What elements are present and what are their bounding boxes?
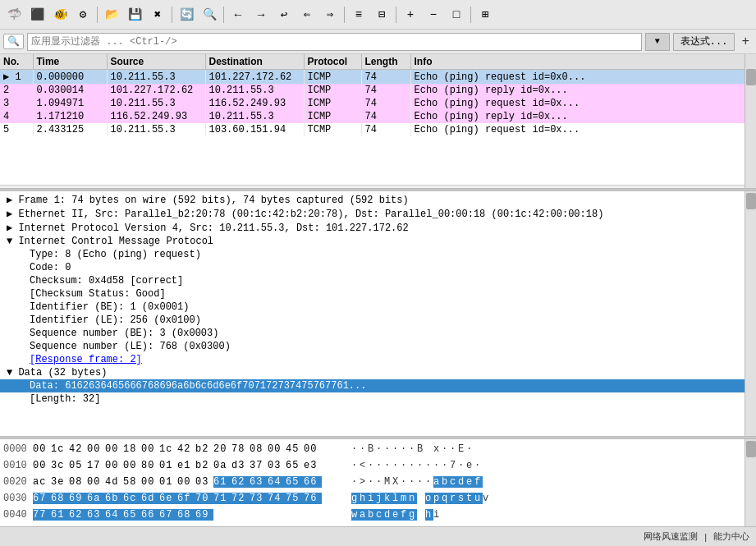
hex-byte[interactable]: 68 xyxy=(51,493,69,504)
prev-icon[interactable]: ⇐ xyxy=(296,4,318,25)
hex-byte[interactable]: 67 xyxy=(33,493,51,504)
table-row[interactable]: 41.171210116.52.249.9310.211.55.3ICMP74E… xyxy=(0,110,756,123)
shark-icon[interactable]: 🦈 xyxy=(3,4,25,25)
hex-byte[interactable]: 62 xyxy=(69,509,87,521)
detail-line[interactable]: ▶ Internet Protocol Version 4, Src: 10.2… xyxy=(0,221,756,235)
hex-byte[interactable]: 03 xyxy=(195,476,213,488)
hex-byte[interactable]: 17 xyxy=(87,460,105,471)
detail-line[interactable]: ▼ Data (32 bytes) xyxy=(0,366,756,379)
hex-byte[interactable]: 3c xyxy=(51,460,69,471)
table-row[interactable]: 31.09497110.211.55.3116.52.249.93ICMP74E… xyxy=(0,97,756,110)
hex-byte[interactable]: d3 xyxy=(231,460,250,471)
hex-byte[interactable]: 70 xyxy=(195,493,213,504)
hex-byte[interactable]: 71 xyxy=(213,493,231,504)
detail-line[interactable]: ▶ Frame 1: 74 bytes on wire (592 bits), … xyxy=(0,193,756,207)
save-icon[interactable]: 💾 xyxy=(124,4,145,25)
response-frame-link[interactable]: [Response frame: 2] xyxy=(30,354,142,365)
hex-byte[interactable]: 00 xyxy=(123,460,141,471)
hex-byte[interactable]: 42 xyxy=(69,443,87,455)
hex-byte[interactable]: 37 xyxy=(250,460,268,471)
filter-dropdown[interactable]: ▼ xyxy=(645,33,670,51)
find-icon[interactable]: 🔍 xyxy=(199,4,220,25)
table-row[interactable]: 20.030014101.227.172.6210.211.55.3ICMP74… xyxy=(0,84,756,97)
options-icon[interactable]: ⚙ xyxy=(72,4,94,25)
hex-byte[interactable]: 77 xyxy=(33,509,51,521)
hex-byte[interactable]: 00 xyxy=(268,443,286,455)
hex-byte[interactable]: 63 xyxy=(250,476,268,488)
hex-byte[interactable]: 01 xyxy=(159,476,177,488)
hex-byte[interactable]: 20 xyxy=(213,443,231,455)
col-layout2-icon[interactable]: ⊟ xyxy=(371,4,392,25)
reload-icon[interactable]: 🔄 xyxy=(176,4,197,25)
hex-byte[interactable]: 80 xyxy=(141,460,159,471)
hex-byte[interactable]: 00 xyxy=(87,476,105,488)
hex-byte[interactable]: 78 xyxy=(231,443,250,455)
hex-byte[interactable]: 6e xyxy=(159,493,177,504)
hex-byte[interactable]: 6d xyxy=(141,493,159,504)
resize-icon[interactable]: ⊞ xyxy=(474,4,496,25)
zoom-plus-icon[interactable]: + xyxy=(400,4,421,25)
hex-byte[interactable]: 00 xyxy=(177,476,195,488)
hex-byte[interactable]: 64 xyxy=(105,509,123,521)
packet-list[interactable]: No. Time Source Destination Protocol Len… xyxy=(0,54,756,186)
hex-byte[interactable]: 0a xyxy=(213,460,231,471)
table-row[interactable]: 52.43312510.211.55.3103.60.151.94TCMP74E… xyxy=(0,123,756,136)
hex-byte[interactable]: 00 xyxy=(33,460,51,471)
detail-line[interactable]: ▼ Internet Control Message Protocol xyxy=(0,235,756,248)
detail-line[interactable]: ▶ Ethernet II, Src: Parallel_b2:20:78 (0… xyxy=(0,207,756,221)
hex-byte[interactable]: 3e xyxy=(51,476,69,488)
hex-byte[interactable]: 01 xyxy=(159,460,177,471)
hex-byte[interactable]: 6c xyxy=(123,493,141,504)
hex-byte[interactable]: 66 xyxy=(304,476,322,488)
hex-byte[interactable]: 00 xyxy=(33,443,51,455)
hex-byte[interactable]: 64 xyxy=(268,476,286,488)
stop-icon[interactable]: ⬛ xyxy=(26,4,48,25)
hex-byte[interactable]: e1 xyxy=(177,460,195,471)
hex-byte[interactable]: 45 xyxy=(286,443,304,455)
hex-byte[interactable]: 00 xyxy=(141,443,159,455)
go-back-icon[interactable]: ↩ xyxy=(273,4,295,25)
hex-byte[interactable]: 05 xyxy=(69,460,87,471)
hex-byte[interactable]: 03 xyxy=(268,460,286,471)
table-row[interactable]: ▶ 10.00000010.211.55.3101.227.172.62ICMP… xyxy=(0,70,756,85)
hex-byte[interactable]: 00 xyxy=(141,476,159,488)
hex-byte[interactable]: 6f xyxy=(177,493,195,504)
filter-input[interactable] xyxy=(27,33,642,51)
open-icon[interactable]: 📂 xyxy=(101,4,122,25)
hex-byte[interactable]: 76 xyxy=(304,493,322,504)
hex-byte[interactable]: 63 xyxy=(87,509,105,521)
hex-byte[interactable]: 69 xyxy=(195,509,213,521)
hex-byte[interactable]: 69 xyxy=(69,493,87,504)
hex-byte[interactable]: 00 xyxy=(304,443,322,455)
packet-detail-scrollbar[interactable] xyxy=(745,191,756,436)
packet-list-scrollbar[interactable] xyxy=(745,54,756,188)
hex-byte[interactable]: ac xyxy=(33,476,51,488)
filter-plus-button[interactable]: + xyxy=(738,34,753,49)
hex-byte[interactable]: 62 xyxy=(231,476,250,488)
hex-byte[interactable]: 65 xyxy=(286,476,304,488)
hex-byte[interactable]: b2 xyxy=(195,443,213,455)
hex-byte[interactable]: 61 xyxy=(51,509,69,521)
hex-byte[interactable]: 61 xyxy=(213,476,231,488)
hex-byte[interactable]: 67 xyxy=(159,509,177,521)
hex-byte[interactable]: 75 xyxy=(286,493,304,504)
hex-byte[interactable]: 68 xyxy=(177,509,195,521)
hex-byte[interactable]: 4d xyxy=(105,476,123,488)
hex-byte[interactable]: 72 xyxy=(231,493,250,504)
hex-byte[interactable]: 58 xyxy=(123,476,141,488)
hex-byte[interactable]: 66 xyxy=(141,509,159,521)
hex-byte[interactable]: b2 xyxy=(195,460,213,471)
filter-expr-button[interactable]: 表达式... xyxy=(673,33,735,51)
next-icon[interactable]: ⇒ xyxy=(319,4,341,25)
hex-byte[interactable]: 08 xyxy=(250,443,268,455)
zoom-minus-icon[interactable]: − xyxy=(423,4,444,25)
hex-byte[interactable]: 1c xyxy=(51,443,69,455)
fwd-icon[interactable]: → xyxy=(250,4,272,25)
hex-byte[interactable]: 00 xyxy=(87,443,105,455)
hex-byte[interactable]: 18 xyxy=(123,443,141,455)
hex-byte[interactable]: 00 xyxy=(105,443,123,455)
hex-byte[interactable]: 73 xyxy=(250,493,268,504)
hex-byte[interactable]: 08 xyxy=(69,476,87,488)
zoom-reset-icon[interactable]: □ xyxy=(446,4,467,25)
hex-byte[interactable]: 1c xyxy=(159,443,177,455)
